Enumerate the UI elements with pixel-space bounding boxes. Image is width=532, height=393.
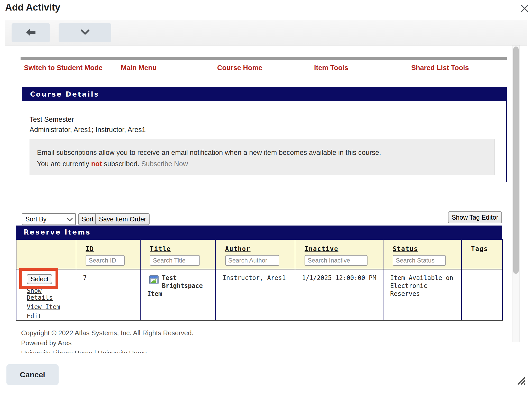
footer: Copyright © 2022 Atlas Systems, Inc. All… bbox=[21, 327, 194, 353]
table-row: Select Show Details View Item Edit 7 bbox=[16, 269, 502, 320]
chevron-down-icon bbox=[80, 29, 90, 36]
scrollbar-thumb[interactable] bbox=[513, 46, 519, 274]
header-id: ID bbox=[76, 239, 140, 269]
cell-actions: Select Show Details View Item Edit bbox=[16, 269, 76, 320]
select-button[interactable]: Select bbox=[27, 274, 52, 284]
course-semester: Test Semester bbox=[30, 114, 499, 125]
header-tags: Tags bbox=[462, 239, 502, 269]
resize-grip-icon[interactable] bbox=[516, 375, 527, 386]
course-details-panel: Course Details Test Semester Administrat… bbox=[22, 87, 507, 182]
cell-inactive: 1/1/2025 12:00:00 PM bbox=[295, 269, 383, 320]
copyright-text: Copyright © 2022 Atlas Systems, Inc. All… bbox=[21, 329, 194, 337]
close-icon bbox=[520, 10, 529, 14]
search-inactive-input[interactable] bbox=[305, 255, 368, 266]
divider bbox=[21, 81, 507, 81]
email-subscription-notice: Email subscriptions allow you to receive… bbox=[30, 139, 495, 175]
table-header-row: ID Title Author Inactive Status bbox=[16, 239, 502, 269]
powered-by-text: Powered by Ares bbox=[21, 339, 194, 347]
cell-title: Test Brightspace Item bbox=[140, 269, 216, 320]
cell-status: Item Available on Electronic Reserves bbox=[383, 269, 462, 320]
close-button[interactable] bbox=[519, 3, 530, 14]
page-title: Add Activity bbox=[5, 2, 60, 13]
sort-by-author-link[interactable]: Author bbox=[225, 245, 251, 252]
save-item-order-button[interactable]: Save Item Order bbox=[95, 213, 150, 225]
sort-by-status-link[interactable]: Status bbox=[393, 245, 418, 252]
sort-button[interactable]: Sort bbox=[78, 213, 97, 225]
sort-by-selected-value: Sort By bbox=[25, 216, 47, 223]
header-status: Status bbox=[383, 239, 462, 269]
tags-column-label: Tags bbox=[471, 245, 488, 252]
nav-main-menu[interactable]: Main Menu bbox=[121, 64, 157, 72]
cell-tags bbox=[462, 269, 502, 320]
subscription-status-not: not bbox=[91, 160, 102, 168]
select-chevron-icon bbox=[67, 216, 73, 223]
sort-by-inactive-link[interactable]: Inactive bbox=[305, 245, 338, 252]
reserve-items-header: Reserve Items bbox=[16, 226, 502, 239]
email-notice-text: Email subscriptions allow you to receive… bbox=[37, 147, 487, 158]
view-item-link[interactable]: View Item bbox=[27, 304, 71, 311]
header-actions bbox=[16, 239, 76, 269]
top-divider-bar bbox=[21, 57, 507, 60]
reserve-items-table: ID Title Author Inactive Status bbox=[16, 239, 503, 321]
subscribe-now-link[interactable]: Subscribe Now bbox=[141, 160, 188, 168]
nav-shared-list-tools[interactable]: Shared List Tools bbox=[411, 64, 469, 72]
search-author-input[interactable] bbox=[225, 255, 279, 266]
header-inactive: Inactive bbox=[295, 239, 383, 269]
search-id-input[interactable] bbox=[86, 255, 125, 266]
header-title: Title bbox=[140, 239, 216, 269]
course-instructors: Administrator, Ares1; Instructor, Ares1 bbox=[30, 125, 499, 135]
sort-by-title-link[interactable]: Title bbox=[150, 245, 171, 252]
toolbar-dropdown-button[interactable] bbox=[59, 23, 111, 42]
header-author: Author bbox=[216, 239, 295, 269]
back-button[interactable] bbox=[12, 23, 50, 42]
cell-id: 7 bbox=[76, 269, 140, 320]
subscription-status-suffix: subscribed. bbox=[102, 160, 141, 168]
edit-link[interactable]: Edit bbox=[27, 313, 71, 320]
sort-by-id-link[interactable]: ID bbox=[86, 245, 94, 252]
nav-item-tools[interactable]: Item Tools bbox=[314, 64, 348, 72]
ares-content-frame: Switch to Student Mode Main Menu Course … bbox=[5, 45, 510, 353]
editor-toolbar bbox=[5, 20, 527, 45]
nav-switch-student-mode[interactable]: Switch to Student Mode bbox=[24, 64, 103, 72]
show-tag-editor-button[interactable]: Show Tag Editor bbox=[448, 211, 502, 223]
show-details-link[interactable]: Show Details bbox=[27, 287, 71, 301]
subscription-status-prefix: You are currently bbox=[37, 160, 91, 168]
sort-by-select[interactable]: Sort By bbox=[22, 213, 76, 225]
course-details-header: Course Details bbox=[22, 88, 506, 101]
back-arrow-icon bbox=[26, 28, 36, 38]
search-status-input[interactable] bbox=[393, 255, 446, 266]
search-title-input[interactable] bbox=[150, 255, 200, 266]
cancel-button[interactable]: Cancel bbox=[6, 364, 59, 385]
web-page-icon bbox=[149, 275, 159, 285]
cell-author: Instructor, Ares1 bbox=[216, 269, 295, 320]
nav-course-home[interactable]: Course Home bbox=[217, 64, 262, 72]
footer-home-links[interactable]: University Library Home | University Hom… bbox=[21, 349, 147, 353]
